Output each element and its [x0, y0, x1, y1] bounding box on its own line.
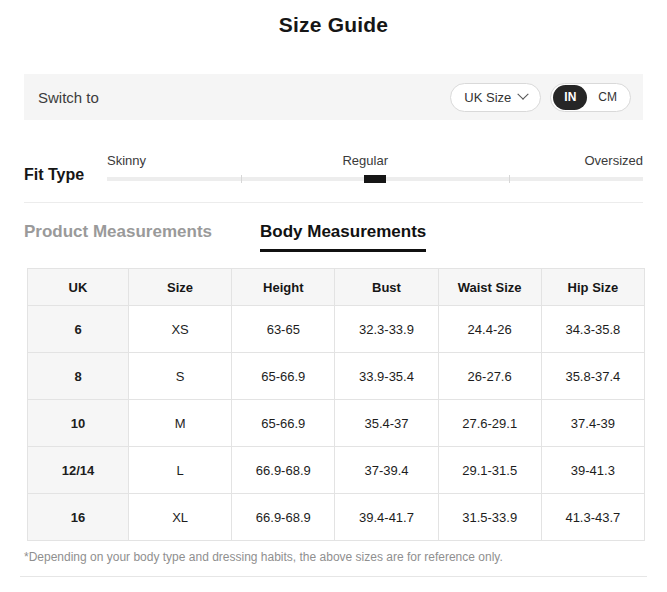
cell-hip: 39-41.3 [541, 447, 644, 494]
page-title: Size Guide [0, 13, 667, 37]
cell-size: XL [129, 494, 232, 541]
cell-hip: 37.4-39 [541, 400, 644, 447]
col-header-size: Size [129, 269, 232, 306]
switch-controls: UK Size IN CM [450, 83, 631, 112]
cell-uk: 12/14 [28, 447, 129, 494]
cell-bust: 35.4-37 [335, 400, 438, 447]
table-row: 8 S 65-66.9 33.9-35.4 26-27.6 35.8-37.4 [28, 353, 645, 400]
fit-type-slider: Skinny Regular Oversized [107, 153, 643, 181]
fit-option-skinny[interactable]: Skinny [107, 153, 146, 168]
cell-hip: 41.3-43.7 [541, 494, 644, 541]
size-table: UK Size Height Bust Waist Size Hip Size … [27, 268, 645, 541]
size-standard-dropdown[interactable]: UK Size [450, 83, 541, 112]
cell-height: 65-66.9 [232, 353, 335, 400]
table-row: 6 XS 63-65 32.3-33.9 24.4-26 34.3-35.8 [28, 306, 645, 353]
disclaimer-note: *Depending on your body type and dressin… [24, 550, 667, 564]
switch-bar: Switch to UK Size IN CM [24, 74, 643, 120]
chevron-down-icon [518, 89, 529, 100]
unit-option-cm[interactable]: CM [587, 85, 628, 110]
tab-body-measurements[interactable]: Body Measurements [260, 222, 426, 252]
cell-size: M [129, 400, 232, 447]
cell-waist: 29.1-31.5 [438, 447, 541, 494]
fit-type-slider-handle[interactable] [364, 175, 386, 183]
unit-option-in[interactable]: IN [553, 85, 587, 110]
col-header-uk: UK [28, 269, 129, 306]
cell-waist: 31.5-33.9 [438, 494, 541, 541]
cell-bust: 32.3-33.9 [335, 306, 438, 353]
cell-uk: 8 [28, 353, 129, 400]
size-standard-value: UK Size [464, 90, 511, 105]
table-row: 12/14 L 66.9-68.9 37-39.4 29.1-31.5 39-4… [28, 447, 645, 494]
fit-type-track[interactable] [107, 177, 643, 181]
fit-type-options: Skinny Regular Oversized [107, 153, 643, 168]
switch-to-label: Switch to [38, 89, 99, 106]
unit-toggle: IN CM [550, 83, 631, 112]
cell-size: XS [129, 306, 232, 353]
table-header-row: UK Size Height Bust Waist Size Hip Size [28, 269, 645, 306]
cell-uk: 10 [28, 400, 129, 447]
cell-size: L [129, 447, 232, 494]
size-guide-panel: Size Guide Switch to UK Size IN CM Fit T… [0, 13, 667, 592]
table-row: 16 XL 66.9-68.9 39.4-41.7 31.5-33.9 41.3… [28, 494, 645, 541]
cell-height: 66.9-68.9 [232, 494, 335, 541]
cell-hip: 35.8-37.4 [541, 353, 644, 400]
cell-hip: 34.3-35.8 [541, 306, 644, 353]
track-tick [241, 175, 242, 183]
tab-product-measurements[interactable]: Product Measurements [24, 222, 212, 252]
fit-type-label: Fit Type [24, 166, 107, 184]
cell-height: 65-66.9 [232, 400, 335, 447]
cell-size: S [129, 353, 232, 400]
track-tick [509, 175, 510, 183]
cell-uk: 16 [28, 494, 129, 541]
fit-option-regular[interactable]: Regular [342, 153, 388, 168]
section-divider [24, 202, 643, 203]
bottom-divider [20, 576, 647, 577]
cell-waist: 24.4-26 [438, 306, 541, 353]
cell-height: 63-65 [232, 306, 335, 353]
cell-uk: 6 [28, 306, 129, 353]
cell-bust: 33.9-35.4 [335, 353, 438, 400]
cell-bust: 39.4-41.7 [335, 494, 438, 541]
table-row: 10 M 65-66.9 35.4-37 27.6-29.1 37.4-39 [28, 400, 645, 447]
col-header-hip: Hip Size [541, 269, 644, 306]
col-header-bust: Bust [335, 269, 438, 306]
measurement-tabs: Product Measurements Body Measurements [24, 222, 667, 252]
cell-waist: 26-27.6 [438, 353, 541, 400]
col-header-waist: Waist Size [438, 269, 541, 306]
cell-bust: 37-39.4 [335, 447, 438, 494]
cell-waist: 27.6-29.1 [438, 400, 541, 447]
fit-option-oversized[interactable]: Oversized [584, 153, 643, 168]
fit-type-section: Fit Type Skinny Regular Oversized [24, 153, 643, 181]
cell-height: 66.9-68.9 [232, 447, 335, 494]
col-header-height: Height [232, 269, 335, 306]
